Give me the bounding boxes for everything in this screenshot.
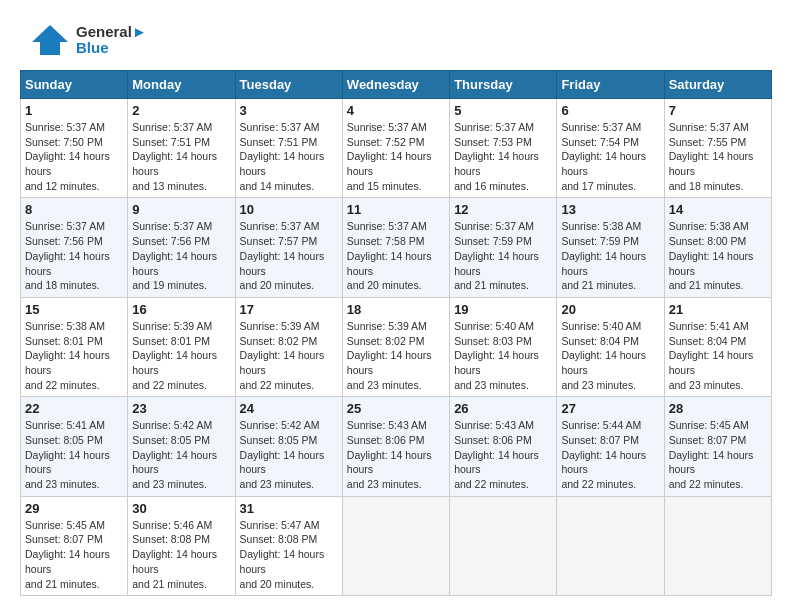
calendar-cell: 2 Sunrise: 5:37 AM Sunset: 7:51 PM Dayli…: [128, 99, 235, 198]
day-number: 4: [347, 103, 445, 118]
calendar-cell: 26 Sunrise: 5:43 AM Sunset: 8:06 PM Dayl…: [450, 397, 557, 496]
calendar-cell: 16 Sunrise: 5:39 AM Sunset: 8:01 PM Dayl…: [128, 297, 235, 396]
day-number: 16: [132, 302, 230, 317]
day-number: 18: [347, 302, 445, 317]
calendar-cell: 6 Sunrise: 5:37 AM Sunset: 7:54 PM Dayli…: [557, 99, 664, 198]
calendar-cell: 1 Sunrise: 5:37 AM Sunset: 7:50 PM Dayli…: [21, 99, 128, 198]
week-row-5: 29 Sunrise: 5:45 AM Sunset: 8:07 PM Dayl…: [21, 496, 772, 595]
week-row-4: 22 Sunrise: 5:41 AM Sunset: 8:05 PM Dayl…: [21, 397, 772, 496]
day-info: Sunrise: 5:37 AM Sunset: 7:50 PM Dayligh…: [25, 120, 123, 193]
day-info: Sunrise: 5:42 AM Sunset: 8:05 PM Dayligh…: [132, 418, 230, 491]
day-info: Sunrise: 5:39 AM Sunset: 8:02 PM Dayligh…: [240, 319, 338, 392]
day-info: Sunrise: 5:37 AM Sunset: 7:51 PM Dayligh…: [240, 120, 338, 193]
calendar-cell: 13 Sunrise: 5:38 AM Sunset: 7:59 PM Dayl…: [557, 198, 664, 297]
day-info: Sunrise: 5:37 AM Sunset: 7:57 PM Dayligh…: [240, 219, 338, 292]
header-row: SundayMondayTuesdayWednesdayThursdayFrid…: [21, 71, 772, 99]
day-info: Sunrise: 5:46 AM Sunset: 8:08 PM Dayligh…: [132, 518, 230, 591]
day-number: 14: [669, 202, 767, 217]
calendar-cell: 21 Sunrise: 5:41 AM Sunset: 8:04 PM Dayl…: [664, 297, 771, 396]
day-number: 7: [669, 103, 767, 118]
day-number: 1: [25, 103, 123, 118]
page-header: General►Blue: [20, 20, 772, 60]
calendar-cell: 3 Sunrise: 5:37 AM Sunset: 7:51 PM Dayli…: [235, 99, 342, 198]
header-saturday: Saturday: [664, 71, 771, 99]
day-info: Sunrise: 5:38 AM Sunset: 7:59 PM Dayligh…: [561, 219, 659, 292]
day-number: 13: [561, 202, 659, 217]
day-number: 15: [25, 302, 123, 317]
calendar-table: SundayMondayTuesdayWednesdayThursdayFrid…: [20, 70, 772, 596]
calendar-cell: 22 Sunrise: 5:41 AM Sunset: 8:05 PM Dayl…: [21, 397, 128, 496]
header-monday: Monday: [128, 71, 235, 99]
calendar-cell: 25 Sunrise: 5:43 AM Sunset: 8:06 PM Dayl…: [342, 397, 449, 496]
calendar-cell: 11 Sunrise: 5:37 AM Sunset: 7:58 PM Dayl…: [342, 198, 449, 297]
header-friday: Friday: [557, 71, 664, 99]
day-number: 5: [454, 103, 552, 118]
day-info: Sunrise: 5:40 AM Sunset: 8:03 PM Dayligh…: [454, 319, 552, 392]
svg-marker-0: [32, 25, 68, 55]
day-number: 31: [240, 501, 338, 516]
day-info: Sunrise: 5:38 AM Sunset: 8:01 PM Dayligh…: [25, 319, 123, 392]
calendar-cell: [664, 496, 771, 595]
day-info: Sunrise: 5:37 AM Sunset: 7:54 PM Dayligh…: [561, 120, 659, 193]
calendar-cell: [342, 496, 449, 595]
logo-text: General►Blue: [76, 24, 147, 57]
day-number: 2: [132, 103, 230, 118]
calendar-cell: 29 Sunrise: 5:45 AM Sunset: 8:07 PM Dayl…: [21, 496, 128, 595]
header-wednesday: Wednesday: [342, 71, 449, 99]
day-number: 20: [561, 302, 659, 317]
day-number: 9: [132, 202, 230, 217]
day-number: 19: [454, 302, 552, 317]
day-number: 3: [240, 103, 338, 118]
day-info: Sunrise: 5:40 AM Sunset: 8:04 PM Dayligh…: [561, 319, 659, 392]
calendar-cell: 12 Sunrise: 5:37 AM Sunset: 7:59 PM Dayl…: [450, 198, 557, 297]
day-info: Sunrise: 5:47 AM Sunset: 8:08 PM Dayligh…: [240, 518, 338, 591]
calendar-cell: 4 Sunrise: 5:37 AM Sunset: 7:52 PM Dayli…: [342, 99, 449, 198]
day-number: 26: [454, 401, 552, 416]
day-info: Sunrise: 5:43 AM Sunset: 8:06 PM Dayligh…: [347, 418, 445, 491]
calendar-cell: 9 Sunrise: 5:37 AM Sunset: 7:56 PM Dayli…: [128, 198, 235, 297]
day-number: 23: [132, 401, 230, 416]
day-info: Sunrise: 5:37 AM Sunset: 7:56 PM Dayligh…: [132, 219, 230, 292]
day-number: 6: [561, 103, 659, 118]
day-number: 11: [347, 202, 445, 217]
day-number: 12: [454, 202, 552, 217]
calendar-cell: 14 Sunrise: 5:38 AM Sunset: 8:00 PM Dayl…: [664, 198, 771, 297]
day-info: Sunrise: 5:41 AM Sunset: 8:04 PM Dayligh…: [669, 319, 767, 392]
day-info: Sunrise: 5:44 AM Sunset: 8:07 PM Dayligh…: [561, 418, 659, 491]
day-number: 17: [240, 302, 338, 317]
calendar-cell: 28 Sunrise: 5:45 AM Sunset: 8:07 PM Dayl…: [664, 397, 771, 496]
week-row-3: 15 Sunrise: 5:38 AM Sunset: 8:01 PM Dayl…: [21, 297, 772, 396]
calendar-cell: 27 Sunrise: 5:44 AM Sunset: 8:07 PM Dayl…: [557, 397, 664, 496]
calendar-cell: 18 Sunrise: 5:39 AM Sunset: 8:02 PM Dayl…: [342, 297, 449, 396]
calendar-cell: 17 Sunrise: 5:39 AM Sunset: 8:02 PM Dayl…: [235, 297, 342, 396]
logo: General►Blue: [20, 20, 147, 60]
calendar-cell: [557, 496, 664, 595]
calendar-cell: 10 Sunrise: 5:37 AM Sunset: 7:57 PM Dayl…: [235, 198, 342, 297]
calendar-cell: 31 Sunrise: 5:47 AM Sunset: 8:08 PM Dayl…: [235, 496, 342, 595]
day-number: 29: [25, 501, 123, 516]
day-info: Sunrise: 5:38 AM Sunset: 8:00 PM Dayligh…: [669, 219, 767, 292]
day-info: Sunrise: 5:37 AM Sunset: 7:59 PM Dayligh…: [454, 219, 552, 292]
day-info: Sunrise: 5:42 AM Sunset: 8:05 PM Dayligh…: [240, 418, 338, 491]
day-number: 10: [240, 202, 338, 217]
day-info: Sunrise: 5:37 AM Sunset: 7:56 PM Dayligh…: [25, 219, 123, 292]
calendar-cell: 8 Sunrise: 5:37 AM Sunset: 7:56 PM Dayli…: [21, 198, 128, 297]
day-info: Sunrise: 5:37 AM Sunset: 7:52 PM Dayligh…: [347, 120, 445, 193]
day-number: 22: [25, 401, 123, 416]
header-thursday: Thursday: [450, 71, 557, 99]
calendar-cell: 5 Sunrise: 5:37 AM Sunset: 7:53 PM Dayli…: [450, 99, 557, 198]
week-row-1: 1 Sunrise: 5:37 AM Sunset: 7:50 PM Dayli…: [21, 99, 772, 198]
day-info: Sunrise: 5:43 AM Sunset: 8:06 PM Dayligh…: [454, 418, 552, 491]
day-number: 24: [240, 401, 338, 416]
day-info: Sunrise: 5:37 AM Sunset: 7:51 PM Dayligh…: [132, 120, 230, 193]
calendar-cell: 7 Sunrise: 5:37 AM Sunset: 7:55 PM Dayli…: [664, 99, 771, 198]
day-info: Sunrise: 5:41 AM Sunset: 8:05 PM Dayligh…: [25, 418, 123, 491]
calendar-cell: 23 Sunrise: 5:42 AM Sunset: 8:05 PM Dayl…: [128, 397, 235, 496]
calendar-cell: 24 Sunrise: 5:42 AM Sunset: 8:05 PM Dayl…: [235, 397, 342, 496]
week-row-2: 8 Sunrise: 5:37 AM Sunset: 7:56 PM Dayli…: [21, 198, 772, 297]
day-info: Sunrise: 5:37 AM Sunset: 7:53 PM Dayligh…: [454, 120, 552, 193]
day-number: 21: [669, 302, 767, 317]
day-number: 27: [561, 401, 659, 416]
day-number: 25: [347, 401, 445, 416]
day-number: 30: [132, 501, 230, 516]
